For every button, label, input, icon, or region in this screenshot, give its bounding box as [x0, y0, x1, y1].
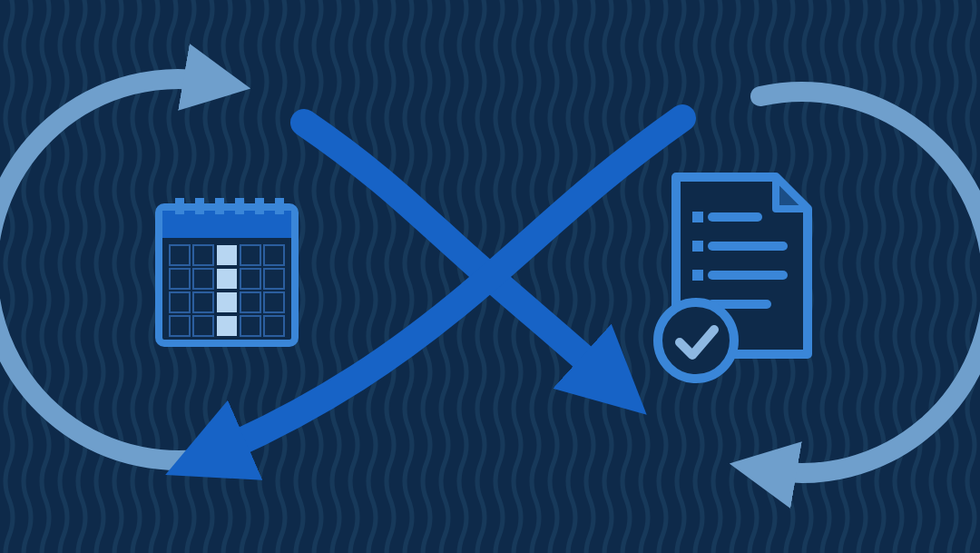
svg-rect-25: [170, 316, 190, 336]
svg-rect-13: [240, 245, 260, 265]
svg-rect-24: [264, 292, 284, 312]
svg-rect-7: [255, 198, 264, 214]
svg-rect-12: [217, 245, 237, 265]
svg-rect-6: [235, 198, 244, 214]
svg-rect-14: [264, 245, 284, 265]
checkmark-badge-icon: [658, 302, 734, 379]
svg-rect-34: [692, 270, 703, 281]
svg-rect-2: [162, 211, 291, 238]
svg-rect-3: [175, 198, 184, 214]
svg-rect-27: [217, 316, 237, 336]
svg-rect-16: [193, 269, 213, 289]
svg-rect-5: [215, 198, 224, 214]
svg-rect-18: [240, 269, 260, 289]
checklist-document-icon: [658, 177, 808, 379]
svg-rect-20: [170, 292, 190, 312]
svg-rect-22: [217, 292, 237, 312]
svg-rect-19: [264, 269, 284, 289]
svg-rect-30: [692, 212, 703, 222]
svg-rect-26: [193, 316, 213, 336]
svg-rect-15: [170, 269, 190, 289]
svg-rect-23: [240, 292, 260, 312]
svg-rect-21: [193, 292, 213, 312]
svg-rect-28: [240, 316, 260, 336]
diagram-canvas: calendar checklist-document-with-checkma…: [0, 0, 980, 553]
svg-rect-32: [692, 241, 703, 252]
svg-rect-29: [264, 316, 284, 336]
svg-point-38: [658, 302, 734, 379]
svg-rect-8: [275, 198, 284, 214]
svg-rect-4: [195, 198, 204, 214]
calendar-icon: [159, 198, 295, 343]
svg-rect-10: [170, 245, 190, 265]
svg-rect-11: [193, 245, 213, 265]
svg-rect-17: [217, 269, 237, 289]
